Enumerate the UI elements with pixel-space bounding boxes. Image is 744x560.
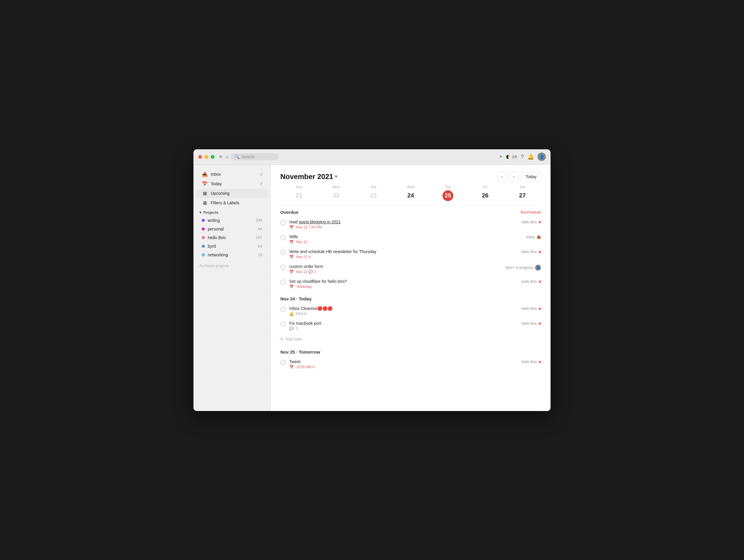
today-count: 7 [260, 182, 262, 186]
projects-section-header[interactable]: ▾ Projects [193, 208, 270, 216]
task-date: 1 [296, 326, 298, 331]
task-meta: 🔔 0/14 ↻ [289, 312, 518, 316]
task-checkbox[interactable] [280, 235, 286, 240]
assignee-avatar: 👤 [535, 265, 541, 271]
bell-icon[interactable]: 🔔 [527, 154, 534, 160]
task-title: Fix macbook port [289, 321, 518, 326]
task-checkbox[interactable] [280, 321, 286, 327]
week-day-sun: Sun 21 [280, 185, 318, 201]
week-grid: Sun 21 Mon 22 Tue 23 Wed 24 Thu 25 [271, 182, 551, 201]
sidebar-item-upcoming[interactable]: ⊞ Upcoming [196, 189, 268, 198]
task-body: read guest blogging in 2021 📅 Nov 22 7:0… [289, 219, 518, 229]
task-checkbox[interactable] [280, 265, 286, 270]
task-item[interactable]: Write and schedule HB newsletter for Thu… [271, 247, 551, 262]
upcoming-icon: ⊞ [202, 191, 208, 196]
writing-dot [202, 219, 205, 222]
task-title: Inbox Cleanout🔴🔴🔴 [289, 306, 518, 311]
sidebar-item-byrd[interactable]: byrd 54 [196, 242, 268, 250]
sidebar-item-writing[interactable]: writing 293 [196, 216, 268, 225]
project-name: Hello Brio [521, 220, 537, 224]
subtask-icon: 🔔 [289, 312, 294, 316]
task-item[interactable]: Tweet 📅 10:00 AM ↻ Hello Brio [271, 357, 551, 372]
byrd-count: 54 [258, 244, 262, 248]
task-right: Hello Brio [521, 321, 541, 326]
task-right: Hello Brio [521, 280, 541, 284]
calendar-icon: 📅 [289, 240, 294, 244]
task-title: read guest blogging in 2021 [289, 219, 518, 224]
sidebar-item-networking[interactable]: networking 16 [196, 251, 268, 259]
week-day-fri: Fri 26 [467, 185, 504, 201]
task-item[interactable]: Inbox Cleanout🔴🔴🔴 🔔 0/14 ↻ Hello Brio [271, 304, 551, 319]
calendar-header: November 2021 ▾ ‹ › Today [271, 165, 551, 182]
task-right: Hello Brio [521, 307, 541, 311]
calendar-icon: 📅 [289, 225, 294, 229]
month-chevron-icon[interactable]: ▾ [335, 174, 337, 179]
task-body: Wills 📅 Nov 22 [289, 234, 523, 244]
project-dot [538, 280, 541, 283]
sidebar-item-today[interactable]: 📅 Today 7 [196, 179, 268, 189]
inbox-count: 3 [260, 172, 262, 177]
task-item[interactable]: Set up cloudflare for hello brio? 📅 Yest… [271, 277, 551, 291]
task-checkbox[interactable] [280, 250, 286, 255]
project-name: Hello Brio [521, 250, 537, 254]
task-right: Inbox 📥 [526, 235, 541, 239]
task-date: Nov 22 [296, 240, 307, 244]
add-task-row[interactable]: + Add task [271, 333, 551, 345]
close-button[interactable] [198, 155, 202, 159]
task-meta: 💬 1 [289, 326, 518, 331]
help-icon[interactable]: ? [521, 154, 524, 160]
add-task-icon: + [280, 336, 283, 342]
project-name: byrd / in progress [506, 266, 533, 270]
sidebar-item-hellobrio[interactable]: Hello Brio 167 [196, 234, 268, 242]
moon-icon: 🌓 [506, 155, 511, 159]
task-date: 0/14 ↻ [296, 312, 307, 316]
byrd-dot [202, 245, 205, 248]
task-link[interactable]: guest blogging in 2021 [299, 219, 341, 224]
projects-label: Projects [203, 210, 218, 215]
reschedule-button[interactable]: Reschedule [521, 210, 541, 214]
inbox-icon: 📥 [536, 235, 541, 239]
content-area: November 2021 ▾ ‹ › Today Sun 21 Mon 22 [271, 165, 551, 411]
task-date: Nov 22 7:00 PM [296, 225, 322, 229]
today-button[interactable]: Today [521, 172, 541, 182]
search-bar[interactable]: 🔍 Search [231, 153, 278, 160]
next-week-button[interactable]: › [509, 172, 519, 182]
prev-week-button[interactable]: ‹ [497, 172, 507, 182]
moon-badge[interactable]: 🌓 3/5 [506, 155, 517, 159]
personal-count: 44 [258, 227, 262, 231]
tomorrow-section-title: Nov 25 · Tomorrow [280, 350, 320, 355]
hellobrio-dot [202, 236, 205, 239]
task-item[interactable]: custom order form 📅 Nov 22 💬 2 byrd / in… [271, 262, 551, 277]
menu-icon[interactable]: ≡ [219, 154, 222, 159]
project-dot [538, 322, 541, 325]
task-item[interactable]: Wills 📅 Nov 22 Inbox 📥 [271, 232, 551, 247]
today-icon: 📅 [202, 181, 208, 187]
project-name: Hello Brio [521, 307, 537, 311]
sidebar-item-personal[interactable]: personal 44 [196, 225, 268, 233]
writing-count: 293 [256, 218, 262, 223]
task-item[interactable]: read guest blogging in 2021 📅 Nov 22 7:0… [271, 217, 551, 232]
search-label: Search [241, 154, 255, 159]
archived-projects-label[interactable]: Archived projects [193, 259, 270, 270]
byrd-label: byrd [208, 244, 255, 249]
home-icon[interactable]: ⌂ [226, 154, 229, 159]
minimize-button[interactable] [204, 155, 208, 159]
task-checkbox[interactable] [280, 360, 286, 365]
avatar[interactable]: 👤 [537, 153, 546, 161]
personal-dot [202, 228, 205, 231]
maximize-button[interactable] [211, 155, 215, 159]
add-icon[interactable]: + [499, 154, 503, 160]
week-day-mon: Mon 22 [318, 185, 355, 201]
week-day-thu: Thu 25 [430, 185, 467, 201]
project-dot [538, 361, 541, 363]
task-item[interactable]: Fix macbook port 💬 1 Hello Brio [271, 319, 551, 333]
task-checkbox[interactable] [280, 280, 286, 285]
sidebar-item-filters[interactable]: ⊞ Filters & Labels [196, 198, 268, 208]
sidebar-item-inbox[interactable]: 📥 Inbox 3 [196, 170, 268, 179]
task-checkbox[interactable] [280, 220, 286, 226]
task-meta: 📅 Yesterday [289, 285, 518, 289]
filters-icon: ⊞ [202, 200, 208, 206]
task-checkbox[interactable] [280, 307, 286, 312]
inbox-label: Inbox [211, 172, 257, 177]
week-day-wed: Wed 24 [392, 185, 429, 201]
